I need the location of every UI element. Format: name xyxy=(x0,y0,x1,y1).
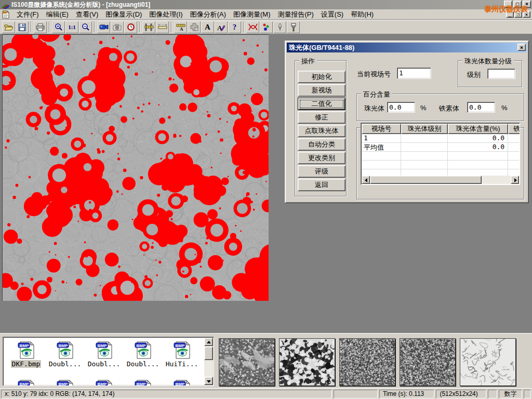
application-window: IS100显微摄像系统(金相分析版) - [zhuguangti01] _ □ … xyxy=(0,0,532,399)
init-button[interactable]: 初始化 xyxy=(298,71,345,83)
move-grid-icon[interactable] xyxy=(188,21,201,33)
menu-bar: DOC 文件(F)编辑(E)查看(V)图像显示(D)图像处理(I)图像分析(A)… xyxy=(0,9,532,20)
text-edit-a-icon[interactable]: A xyxy=(215,21,228,33)
return-button[interactable]: 返回 xyxy=(298,179,345,191)
menu-item[interactable]: 文件(F) xyxy=(13,9,43,20)
print-icon[interactable] xyxy=(34,21,47,33)
capture-camera-icon[interactable] xyxy=(111,21,124,33)
metallographic-image[interactable] xyxy=(2,34,269,301)
table-row[interactable]: 平均值 0.0 xyxy=(362,143,519,152)
thumbnail-3[interactable] xyxy=(339,338,395,386)
scroll-up-icon[interactable] xyxy=(204,338,213,346)
file-list[interactable]: BMP DKF.bmp BMP Doubl... BMP Doubl... xyxy=(3,337,214,386)
image-size-panel: (512x512x24) xyxy=(436,390,486,398)
caliper-text-icon[interactable]: A xyxy=(174,21,187,33)
toolbar-separator xyxy=(243,22,244,32)
color-count-dots-icon[interactable] xyxy=(260,21,273,33)
toolbar-separator xyxy=(31,22,32,32)
table-horizontal-scrollbar[interactable] xyxy=(362,176,519,184)
thumbnail-1[interactable] xyxy=(219,338,275,386)
col-content-header[interactable]: 珠光体含量(%) xyxy=(448,124,508,134)
status-bar: x: 510 y: 79 idx: 0 RGB: (174, 174, 174)… xyxy=(0,388,532,399)
dialog-close-button[interactable]: × xyxy=(517,44,526,51)
help-icon[interactable]: ? xyxy=(228,21,241,33)
ferrite-percent-sign: % xyxy=(501,104,508,112)
file-item[interactable]: BMP Doubl... xyxy=(124,340,162,368)
binarize-button[interactable]: 二值化 xyxy=(298,98,345,110)
svg-text:BMP: BMP xyxy=(176,382,185,387)
toolbar-separator xyxy=(171,22,172,32)
svg-text:BMP: BMP xyxy=(20,343,29,348)
file-item-partial[interactable]: BMP xyxy=(85,379,123,386)
scrollbar-thumb[interactable] xyxy=(204,347,213,360)
thumbnail-2[interactable] xyxy=(279,338,335,386)
file-item-partial[interactable]: BMP xyxy=(46,379,84,386)
pearlite-percent-input[interactable]: 0.0 xyxy=(387,102,415,113)
scrollbar-thumb[interactable] xyxy=(370,176,482,184)
svg-text:BMP: BMP xyxy=(20,382,29,387)
file-item-partial[interactable]: BMP xyxy=(163,379,201,386)
ferrite-percent-input[interactable]: 0.0 xyxy=(467,102,495,113)
menu-item[interactable]: 图像显示(D) xyxy=(102,9,145,20)
auto-classify-button[interactable]: 自动分类 xyxy=(298,138,345,151)
svg-text:BMP: BMP xyxy=(59,343,68,348)
correct-button[interactable]: 修正 xyxy=(298,111,345,124)
menu-item[interactable]: 帮助(H) xyxy=(347,9,377,20)
toolbar-separator xyxy=(94,22,95,32)
open-folder-icon[interactable] xyxy=(2,21,15,33)
file-list-scrollbar[interactable] xyxy=(204,338,213,385)
col-ferrite-header[interactable]: 铁素体 xyxy=(508,124,520,134)
level-label: 级别 xyxy=(467,70,481,79)
menu-item[interactable]: 图像分析(A) xyxy=(187,9,230,20)
empty-panel xyxy=(334,390,378,398)
save-floppy-icon[interactable] xyxy=(16,21,29,33)
menu-item[interactable]: 设置(S) xyxy=(317,9,347,20)
toolbar: 1:1 A A A xyxy=(0,20,532,34)
col-field-header[interactable]: 视场号 xyxy=(362,124,401,134)
scroll-down-icon[interactable] xyxy=(204,377,213,385)
file-item-partial[interactable]: BMP xyxy=(124,379,162,386)
pick-pearlite-button[interactable]: 点取珠光体 xyxy=(298,125,345,137)
menu-item[interactable]: 图像测量(M) xyxy=(230,9,274,20)
menu-item[interactable]: 图像处理(I) xyxy=(145,9,186,20)
pen-tool-icon[interactable] xyxy=(273,21,286,33)
scroll-left-icon[interactable] xyxy=(362,176,370,184)
svg-text:A: A xyxy=(180,26,183,31)
file-item[interactable]: BMP Doubl... xyxy=(46,340,84,368)
timer-clock-icon[interactable] xyxy=(124,21,137,33)
text-a-icon[interactable]: A xyxy=(201,21,214,33)
zoom-out-icon[interactable] xyxy=(79,21,92,33)
caliper-icon[interactable] xyxy=(142,21,155,33)
multifield-table[interactable]: 视场号 珠光体级别 珠光体含量(%) 铁素体 1 0.0 平均值 0. xyxy=(361,123,520,185)
grade-group-title: 珠光体数量分级 xyxy=(462,57,514,66)
percent-group-title: 百分含量 xyxy=(361,90,392,99)
file-item-partial[interactable]: BMP xyxy=(7,379,45,386)
dialog-title-bar[interactable]: 珠光体(GB/T9441-88) × xyxy=(287,43,527,52)
menu-item[interactable]: 测量报告(P) xyxy=(274,9,317,20)
rate-button[interactable]: 评级 xyxy=(298,165,345,178)
actual-size-icon[interactable]: 1:1 xyxy=(65,21,78,33)
zoom-in-icon[interactable] xyxy=(52,21,65,33)
thumbnail-4[interactable] xyxy=(400,338,456,386)
file-item[interactable]: BMP DKF.bmp xyxy=(7,340,45,368)
file-item[interactable]: BMP Doubl... xyxy=(85,340,123,368)
menu-item[interactable]: 编辑(E) xyxy=(43,9,72,20)
col-level-header[interactable]: 珠光体级别 xyxy=(401,124,448,134)
current-field-input[interactable]: 1 xyxy=(397,68,431,79)
menu-item[interactable]: 查看(V) xyxy=(72,9,102,20)
svg-text:BMP: BMP xyxy=(98,343,107,348)
new-field-button[interactable]: 新视场 xyxy=(298,84,345,97)
video-camera-icon[interactable] xyxy=(97,21,110,33)
scroll-right-icon[interactable] xyxy=(511,176,519,184)
ruler-dotted-icon[interactable] xyxy=(156,21,169,33)
table-row[interactable]: 1 0.0 xyxy=(362,134,519,143)
file-item[interactable]: BMP HuiTi... xyxy=(163,340,201,368)
curve-tool-icon[interactable] xyxy=(246,21,259,33)
mode-panel: 数字 xyxy=(499,390,522,398)
pearlite-percent-sign: % xyxy=(420,104,427,112)
level-input[interactable] xyxy=(487,69,515,79)
thumbnail-5[interactable] xyxy=(460,338,516,386)
change-class-button[interactable]: 更改类别 xyxy=(298,152,345,164)
brush-tool-icon[interactable] xyxy=(287,21,300,33)
pearlite-label: 珠光体 xyxy=(364,104,384,113)
